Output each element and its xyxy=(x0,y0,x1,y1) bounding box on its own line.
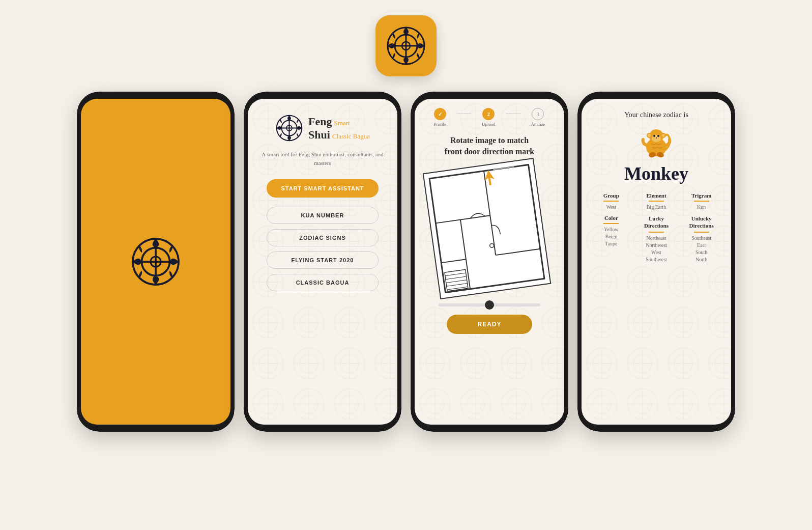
phone-screen-1 xyxy=(81,99,230,425)
splash-logo xyxy=(130,236,181,287)
phone-zodiac: Your chinese zodiac is xyxy=(577,92,735,432)
phone-splash xyxy=(77,92,235,432)
logo-classic: Classic Bagua xyxy=(332,132,370,141)
zodiac-cell-lucky: LuckyDirections NortheastNorthwestWestSo… xyxy=(635,215,678,263)
zodiac-cell-element: Element Big Earth xyxy=(635,192,678,211)
svg-point-44 xyxy=(657,135,659,137)
phone-screen-3: ✓ Profile 2 Upload 3 Analize xyxy=(415,99,564,425)
zodiac-group-value: West xyxy=(606,204,616,211)
zodiac-color-value: YellowBeigeTaupe xyxy=(604,226,618,247)
zodiac-unlucky-value: SoutheastEastSouthNorth xyxy=(691,235,711,263)
zodiac-lucky-value: NortheastNorthwestWestSouthwest xyxy=(646,235,667,263)
zodiac-group-divider xyxy=(603,201,619,202)
logo-text: Feng Smart Shui Classic Bagua xyxy=(308,115,370,142)
zodiac-cell-unlucky: UnluckyDirections SoutheastEastSouthNort… xyxy=(680,215,723,263)
zodiac-group-header: Group xyxy=(603,192,619,199)
step-3-circle: 3 xyxy=(532,108,544,120)
monkey-svg xyxy=(636,124,677,160)
zodiac-cell-trigram: Trigram Kun xyxy=(680,192,723,211)
app-icon-container xyxy=(375,15,437,76)
zodiac-lucky-header: LuckyDirections xyxy=(644,215,669,230)
svg-point-43 xyxy=(653,135,655,137)
svg-line-30 xyxy=(494,169,494,171)
step-connector-2 xyxy=(506,114,521,114)
step-2-label: Upload xyxy=(482,122,496,127)
zodiac-unlucky-divider xyxy=(694,232,709,233)
phone-upload: ✓ Profile 2 Upload 3 Analize xyxy=(411,92,568,432)
zodiac-trigram-header: Trigram xyxy=(691,192,712,199)
menu-tagline: A smart tool for Feng Shui enthutiast, c… xyxy=(258,150,387,167)
step-1-label: Profile xyxy=(434,122,447,127)
zodiac-color-divider xyxy=(603,223,619,224)
zodiac-cell-color: Color YellowBeigeTaupe xyxy=(590,215,633,263)
phone-screen-2: Feng Smart Shui Classic Bagua A smart to… xyxy=(248,99,397,425)
start-smart-button[interactable]: START SMART ASSISTANT xyxy=(267,179,379,198)
zodiac-element-value: Big Earth xyxy=(647,204,666,211)
zodiac-trigram-value: Kun xyxy=(697,204,706,211)
monkey-illustration xyxy=(636,124,677,160)
step-2-circle: 2 xyxy=(482,108,495,120)
floorplan-container xyxy=(431,165,548,297)
splash-content xyxy=(81,99,230,425)
zodiac-unlucky-header: UnluckyDirections xyxy=(689,215,714,230)
logo-feng: Feng xyxy=(308,115,332,128)
phone-frame-2: Feng Smart Shui Classic Bagua A smart to… xyxy=(244,92,401,432)
logo-smart: Smart xyxy=(334,119,350,127)
phone-screen-4: Your chinese zodiac is xyxy=(582,99,731,425)
rotation-slider[interactable] xyxy=(439,303,540,306)
svg-rect-22 xyxy=(488,177,491,185)
zodiac-content: Your chinese zodiac is xyxy=(582,99,731,425)
svg-point-45 xyxy=(656,137,657,138)
zodiac-color-header: Color xyxy=(604,215,618,221)
step-3-label: Analize xyxy=(531,122,545,127)
logo-area: Feng Smart Shui Classic Bagua xyxy=(275,114,370,142)
zodiac-element-header: Element xyxy=(646,192,666,199)
step-1-circle: ✓ xyxy=(434,108,446,120)
menu-content: Feng Smart Shui Classic Bagua A smart to… xyxy=(248,99,397,425)
menu-logo-icon xyxy=(275,114,303,142)
phone-frame-4: Your chinese zodiac is xyxy=(577,92,735,432)
zodiac-attributes-grid: Group West Element Big Earth Trigram xyxy=(590,192,723,263)
phone-frame-3: ✓ Profile 2 Upload 3 Analize xyxy=(411,92,568,432)
zodiac-lucky-divider xyxy=(649,232,664,233)
flying-start-button[interactable]: FLYING START 2020 xyxy=(267,252,379,269)
svg-line-31 xyxy=(513,165,514,168)
zodiac-animal-name: Monkey xyxy=(624,163,688,184)
phone-menu: Feng Smart Shui Classic Bagua A smart to… xyxy=(244,92,401,432)
phone-frame-1 xyxy=(77,92,235,432)
zodiac-cell-group: Group West xyxy=(590,192,633,211)
phones-row: Feng Smart Shui Classic Bagua A smart to… xyxy=(0,92,812,432)
upload-content: ✓ Profile 2 Upload 3 Analize xyxy=(415,99,564,425)
slider-handle[interactable] xyxy=(485,300,494,310)
step-analyze: 3 Analize xyxy=(531,108,545,127)
step-indicator: ✓ Profile 2 Upload 3 Analize xyxy=(434,108,545,127)
logo-shui: Shui xyxy=(308,128,330,142)
zodiac-trigram-divider xyxy=(694,201,709,202)
ready-button[interactable]: READY xyxy=(447,315,532,334)
svg-point-47 xyxy=(648,134,651,137)
app-icon xyxy=(375,15,437,76)
step-profile: ✓ Profile xyxy=(434,108,447,127)
app-icon-bagua xyxy=(386,25,426,66)
classic-bagua-button[interactable]: CLASSIC BAGUA xyxy=(267,274,379,291)
zodiac-signs-button[interactable]: ZODIAC SIGNS xyxy=(267,229,379,246)
zodiac-element-divider xyxy=(649,201,664,202)
kua-number-button[interactable]: KUA NUMBER xyxy=(267,207,379,224)
step-upload: 2 Upload xyxy=(482,108,496,127)
step-connector-1 xyxy=(456,114,472,114)
upload-title: Rotate image to matchfront door directio… xyxy=(445,135,534,158)
zodiac-heading: Your chinese zodiac is xyxy=(624,111,688,119)
